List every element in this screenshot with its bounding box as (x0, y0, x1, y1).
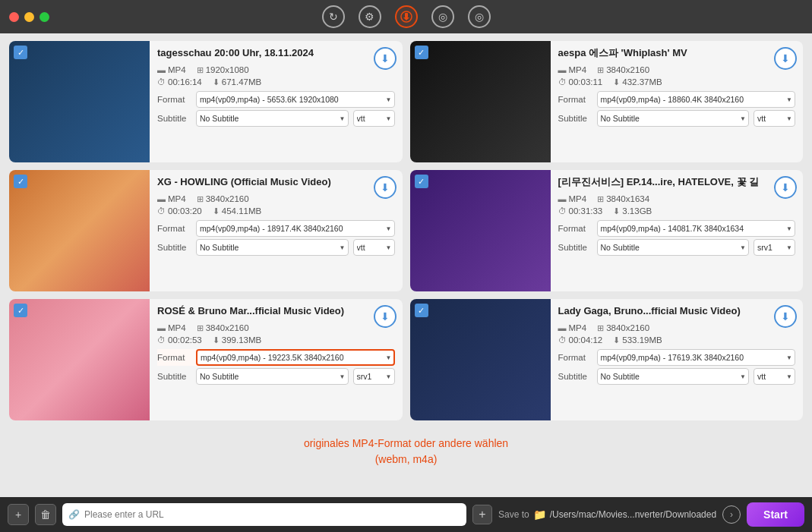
format-select-v3[interactable]: mp4(vp09,mp4a) - 19223.5K 3840x2160 (196, 349, 395, 366)
video-checkbox-v2[interactable]: ✓ (14, 175, 27, 188)
meta-row-format-v2: ▬ MP4 ⊞ 3840x2160 (157, 194, 395, 204)
video-format-v1: MP4 (168, 65, 186, 74)
subtitle-type-wrapper-v4: vtt (754, 110, 795, 127)
subtitle-label-v2: Subtitle (157, 243, 191, 252)
video-size-v5: 3.13GB (622, 206, 652, 216)
clock-icon-v5: ⏱ (558, 206, 567, 216)
subtitle-select-v1[interactable]: No Subtitle (196, 110, 349, 127)
film-icon-v5: ▬ (558, 194, 567, 203)
video-info-v3: ROSÉ & Bruno Mar...fficial Music Video) … (150, 299, 403, 420)
meta-duration-v3: ⏱ 00:02:53 (157, 335, 202, 345)
download-size-icon-v5: ⬇ (613, 206, 620, 216)
annotation-line1: originales MP4-Format oder andere wählen (304, 436, 508, 452)
subtitle-type-select-v3[interactable]: srv1 (353, 368, 395, 385)
format-select-v4[interactable]: mp4(vp09,mp4a) - 18860.4K 3840x2160 (597, 91, 796, 108)
video-thumbnail-v5: ✓ (410, 170, 551, 291)
bottom-bar: + 🗑 🔗 + Save to 📁 /Users/mac/Movies...nv… (0, 497, 812, 532)
subtitle-type-wrapper-v2: vtt (353, 239, 395, 256)
subtitle-type-select-v2[interactable]: vtt (353, 239, 395, 256)
media-icon[interactable]: ◎ (431, 5, 454, 28)
format-row-v6: Format mp4(vp09,mp4a) - 17619.3K 3840x21… (558, 349, 796, 366)
subtitle-select-wrapper-v1: No Subtitle (196, 110, 349, 127)
subtitle-select-wrapper-v5: No Subtitle (597, 239, 750, 256)
format-select-v1[interactable]: mp4(vp09,mp4a) - 5653.6K 1920x1080 (196, 91, 395, 108)
start-button[interactable]: Start (747, 502, 804, 527)
video-duration-v4: 00:03:11 (569, 77, 603, 87)
settings-icon[interactable]: ⚙ (359, 5, 381, 28)
video-checkbox-v1[interactable]: ✓ (14, 46, 27, 59)
format-row-v3: Format mp4(vp09,mp4a) - 19223.5K 3840x21… (157, 349, 395, 366)
resolution-icon-v3: ⊞ (197, 323, 204, 333)
film-icon-v2: ▬ (157, 194, 166, 203)
subtitle-select-v4[interactable]: No Subtitle (597, 110, 750, 127)
title-bar: ↻ ⚙ ◎ ◎ (0, 0, 812, 33)
subtitle-select-v3[interactable]: No Subtitle (196, 368, 349, 385)
download-button-v3[interactable]: ⬇ (374, 305, 397, 328)
trash-button[interactable]: 🗑 (35, 504, 56, 525)
url-add-button[interactable]: + (472, 505, 492, 524)
video-title-v2: XG - HOWLING (Official Music Video) (157, 176, 395, 189)
format-select-v6[interactable]: mp4(vp09,mp4a) - 17619.3K 3840x2160 (597, 349, 796, 366)
video-checkbox-v6[interactable]: ✓ (415, 304, 428, 317)
folder-icon: 📁 (533, 508, 546, 521)
video-size-v6: 533.19MB (622, 335, 662, 345)
format-select-wrapper-v2: mp4(vp09,mp4a) - 18917.4K 3840x2160 (196, 220, 395, 237)
subtitle-select-v2[interactable]: No Subtitle (196, 239, 349, 256)
video-checkbox-v4[interactable]: ✓ (415, 46, 428, 59)
format-label-v2: Format (157, 224, 191, 233)
url-input[interactable] (84, 509, 460, 520)
meta-resolution-v6: ⊞ 3840x2160 (597, 323, 649, 333)
subtitle-type-wrapper-v1: vtt (353, 110, 395, 127)
format-select-wrapper-v1: mp4(vp09,mp4a) - 5653.6K 1920x1080 (196, 91, 395, 108)
clock-icon-v1: ⏱ (157, 77, 166, 87)
download-nav-icon[interactable] (395, 5, 418, 28)
subtitle-select-wrapper-v2: No Subtitle (196, 239, 349, 256)
svg-marker-2 (403, 17, 409, 20)
download-size-icon-v1: ⬇ (213, 77, 220, 87)
meta-resolution-v5: ⊞ 3840x1634 (597, 194, 649, 204)
video-format-v6: MP4 (569, 323, 587, 332)
subtitle-type-select-v1[interactable]: vtt (353, 110, 395, 127)
format-select-wrapper-v5: mp4(vp09,mp4a) - 14081.7K 3840x1634 (597, 220, 796, 237)
save-arrow-button[interactable]: › (722, 505, 741, 524)
download-button-v4[interactable]: ⬇ (774, 47, 797, 70)
video-checkbox-v3[interactable]: ✓ (14, 304, 27, 317)
video-card-v5: ✓ [리무진서비스] EP.14...ire, HATELOVE, 꽃 길 ▬ … (410, 170, 804, 291)
video-checkbox-v5[interactable]: ✓ (415, 175, 428, 188)
subtitle-type-select-v4[interactable]: vtt (754, 110, 795, 127)
close-button[interactable] (9, 12, 19, 22)
video-resolution-v2: 3840x2160 (206, 194, 249, 203)
video-title-v4: aespa 에스파 'Whiplash' MV (558, 47, 796, 60)
subtitle-type-select-v6[interactable]: vtt (754, 368, 795, 385)
add-url-icon-button[interactable]: + (8, 504, 29, 525)
format-select-wrapper-v4: mp4(vp09,mp4a) - 18860.4K 3840x2160 (597, 91, 796, 108)
refresh-icon[interactable]: ↻ (322, 5, 345, 28)
subtitle-label-v4: Subtitle (558, 114, 592, 123)
download-button-v5[interactable]: ⬇ (774, 176, 797, 199)
video-card-v6: ✓ Lady Gaga, Bruno...fficial Music Video… (410, 299, 804, 420)
subtitle-select-v6[interactable]: No Subtitle (597, 368, 750, 385)
nav-icons: ↻ ⚙ ◎ ◎ (322, 5, 491, 28)
download-button-v2[interactable]: ⬇ (374, 176, 397, 199)
video-duration-v5: 00:31:33 (569, 206, 603, 216)
subtitle-type-select-v5[interactable]: srv1 (754, 239, 795, 256)
maximize-button[interactable] (39, 12, 49, 22)
meta-resolution-v3: ⊞ 3840x2160 (197, 323, 249, 333)
video-title-v3: ROSÉ & Bruno Mar...fficial Music Video) (157, 305, 395, 318)
video-resolution-v3: 3840x2160 (206, 323, 249, 332)
subtitle-select-v5[interactable]: No Subtitle (597, 239, 750, 256)
format-select-v5[interactable]: mp4(vp09,mp4a) - 14081.7K 3840x1634 (597, 220, 796, 237)
convert-icon[interactable]: ◎ (468, 5, 491, 28)
video-thumbnail-v6: ✓ (410, 299, 551, 420)
save-path-area: Save to 📁 /Users/mac/Movies...nverter/Do… (498, 508, 716, 521)
subtitle-label-v5: Subtitle (558, 243, 592, 252)
meta-size-v6: ⬇ 533.19MB (613, 335, 662, 345)
minimize-button[interactable] (24, 12, 34, 22)
subtitle-row-v6: Subtitle No Subtitle vtt (558, 368, 796, 385)
download-button-v1[interactable]: ⬇ (374, 47, 397, 70)
subtitle-label-v6: Subtitle (558, 372, 592, 381)
download-button-v6[interactable]: ⬇ (774, 305, 797, 328)
format-select-v2[interactable]: mp4(vp09,mp4a) - 18917.4K 3840x2160 (196, 220, 395, 237)
meta-duration-v5: ⏱ 00:31:33 (558, 206, 603, 216)
content-area: ✓ tagesschau 20:00 Uhr, 18.11.2024 ▬ MP4… (0, 33, 812, 497)
